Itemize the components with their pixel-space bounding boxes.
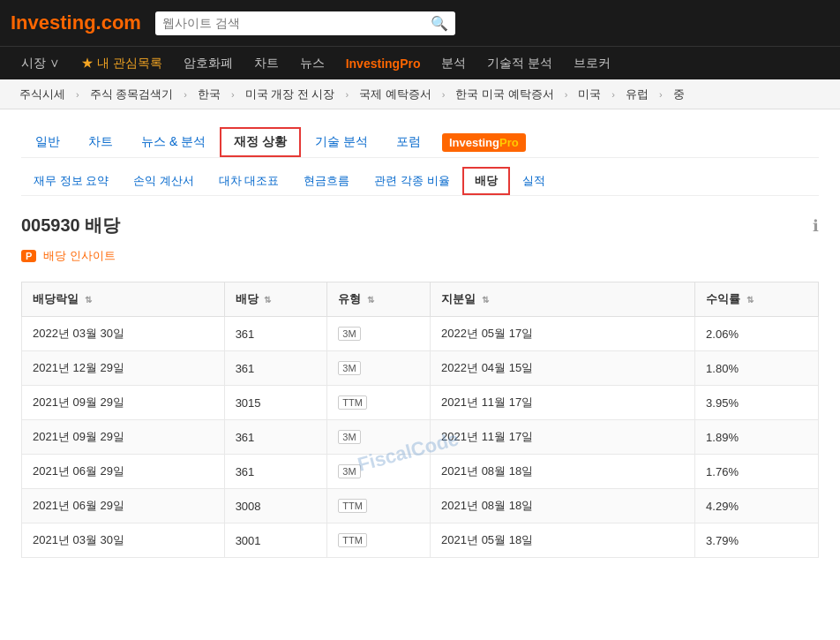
cell-paydate: 2021년 08월 18일 xyxy=(431,455,695,489)
table-row: 2021년 06월 29일 3008 TTM 2021년 08월 18일 4.2… xyxy=(22,489,819,523)
subnav-etc[interactable]: 중 xyxy=(664,79,694,109)
nav-broker[interactable]: 브로커 xyxy=(563,47,621,80)
cell-yield: 2.06% xyxy=(695,317,819,351)
cell-dividend: 361 xyxy=(224,317,327,351)
sort-arrow-type: ⇅ xyxy=(367,295,374,305)
search-icon[interactable]: 🔍 xyxy=(431,15,448,32)
pro-badge-label: InvestingPro xyxy=(442,133,526,152)
tab-ratios[interactable]: 관련 각종 비율 xyxy=(362,167,461,195)
subnav-premarket[interactable]: 미국 개장 전 시장 xyxy=(236,79,344,109)
subnav-arrow5: › xyxy=(442,89,446,100)
insight-pro-badge: P xyxy=(21,250,36,262)
sort-arrow-exdate: ⇅ xyxy=(85,295,92,305)
logo: Investing.com xyxy=(11,11,141,34)
tab-forum[interactable]: 포럼 xyxy=(382,127,435,157)
subnav-arrow3: › xyxy=(231,89,235,100)
tab-balance-sheet[interactable]: 대차 대조표 xyxy=(206,167,292,195)
cell-type: 3M xyxy=(327,351,431,386)
cell-dividend: 361 xyxy=(224,420,327,455)
table-row: 2021년 12월 29일 361 3M 2022년 04월 15일 1.80% xyxy=(22,351,819,386)
tab-earnings[interactable]: 실적 xyxy=(510,167,558,195)
cell-type: 3M xyxy=(327,455,431,489)
cell-ex-date: 2021년 12월 29일 xyxy=(22,351,225,386)
nav-pro[interactable]: InvestingPro xyxy=(335,47,431,80)
search-bar[interactable]: 🔍 xyxy=(155,11,455,35)
cell-paydate: 2022년 04월 15일 xyxy=(431,351,695,386)
subnav-intl-dr[interactable]: 국제 예탁증서 xyxy=(350,79,440,109)
cell-paydate: 2021년 08월 18일 xyxy=(431,489,695,523)
insight-row[interactable]: P 배당 인사이트 xyxy=(21,248,819,264)
cell-type: TTM xyxy=(327,386,431,420)
tab-income-statement[interactable]: 손익 계산서 xyxy=(121,167,206,195)
subnav-korea[interactable]: 한국 xyxy=(189,79,229,109)
nav-analysis[interactable]: 분석 xyxy=(431,47,476,80)
subnav-arrow8: › xyxy=(659,89,663,100)
subnav-arrow6: › xyxy=(565,89,568,100)
cell-type: 3M xyxy=(327,420,431,455)
info-icon[interactable]: ℹ xyxy=(813,216,819,236)
cell-yield: 1.80% xyxy=(695,351,819,386)
nav-chart[interactable]: 차트 xyxy=(244,47,289,80)
cell-dividend: 3008 xyxy=(224,489,327,523)
search-input[interactable] xyxy=(162,16,427,30)
sort-arrow-dividend: ⇅ xyxy=(264,295,271,305)
col-ex-date[interactable]: 배당락일 ⇅ xyxy=(22,282,225,317)
dividend-table: 배당락일 ⇅ 배당 ⇅ 유형 ⇅ 지분일 ⇅ 수익률 ⇅ 2022년 03월 3… xyxy=(21,282,819,558)
nav-news[interactable]: 뉴스 xyxy=(289,47,335,80)
subnav-stock-search[interactable]: 주식 종목검색기 xyxy=(81,79,183,109)
main-nav: 시장 ∨ ★ 내 관심목록 암호화폐 차트 뉴스 InvestingPro 분석… xyxy=(0,46,840,79)
col-paydate[interactable]: 지분일 ⇅ xyxy=(431,282,695,317)
tab-chart[interactable]: 차트 xyxy=(74,127,127,157)
cell-paydate: 2021년 05월 18일 xyxy=(431,523,695,558)
table-row: 2021년 09월 29일 361 3M 2021년 11월 17일 1.89% xyxy=(22,420,819,455)
tab-dividend[interactable]: 배당 xyxy=(462,167,510,195)
col-dividend[interactable]: 배당 ⇅ xyxy=(224,282,327,317)
tab-financial[interactable]: 재정 상황 xyxy=(220,127,301,157)
cell-ex-date: 2021년 03월 30일 xyxy=(22,523,225,558)
cell-type: 3M xyxy=(327,317,431,351)
cell-yield: 3.79% xyxy=(695,523,819,558)
nav-technical[interactable]: 기술적 분석 xyxy=(476,47,563,80)
cell-dividend: 361 xyxy=(224,351,327,386)
subnav-kr-us-dr[interactable]: 한국 미국 예탁증서 xyxy=(446,79,562,109)
cell-yield: 3.95% xyxy=(695,386,819,420)
col-yield[interactable]: 수익률 ⇅ xyxy=(695,282,819,317)
cell-dividend: 361 xyxy=(224,455,327,489)
cell-yield: 1.76% xyxy=(695,455,819,489)
tab-financial-summary[interactable]: 재무 정보 요약 xyxy=(21,167,121,195)
subnav-us[interactable]: 미국 xyxy=(569,79,610,109)
table-wrapper: FiscalCode 배당락일 ⇅ 배당 ⇅ 유형 ⇅ 지분일 ⇅ 수익률 ⇅ … xyxy=(21,282,819,558)
cell-ex-date: 2022년 03월 30일 xyxy=(22,317,225,351)
tab-row-2: 재무 정보 요약 손익 계산서 대차 대조표 현금흐름 관련 각종 비율 배당 … xyxy=(21,167,819,196)
cell-paydate: 2021년 11월 17일 xyxy=(431,420,695,455)
col-type[interactable]: 유형 ⇅ xyxy=(327,282,431,317)
cell-ex-date: 2021년 09월 29일 xyxy=(22,420,225,455)
subnav-europe[interactable]: 유럽 xyxy=(617,79,657,109)
sort-arrow-paydate: ⇅ xyxy=(482,295,489,305)
tab-cashflow[interactable]: 현금흐름 xyxy=(291,167,362,195)
table-row: 2022년 03월 30일 361 3M 2022년 05월 17일 2.06% xyxy=(22,317,819,351)
type-badge: TTM xyxy=(338,533,367,547)
tab-general[interactable]: 일반 xyxy=(21,127,74,157)
insight-label: 배당 인사이트 xyxy=(43,248,116,264)
cell-paydate: 2021년 11월 17일 xyxy=(431,386,695,420)
page-title-row: 005930 배당 ℹ xyxy=(21,214,819,237)
cell-yield: 4.29% xyxy=(695,489,819,523)
cell-dividend: 3015 xyxy=(224,386,327,420)
nav-crypto[interactable]: 암호화폐 xyxy=(173,47,244,80)
nav-market[interactable]: 시장 ∨ xyxy=(11,47,71,80)
type-badge: 3M xyxy=(338,327,360,341)
subnav-arrow7: › xyxy=(611,89,615,100)
sort-arrow-yield: ⇅ xyxy=(746,295,754,305)
tab-row-1: 일반 차트 뉴스 & 분석 재정 상황 기술 분석 포럼 InvestingPr… xyxy=(21,127,819,158)
type-badge: 3M xyxy=(338,430,360,444)
tab-news-analysis[interactable]: 뉴스 & 분석 xyxy=(127,127,220,157)
nav-watchlist[interactable]: ★ 내 관심목록 xyxy=(71,47,173,80)
subnav-arrow: › xyxy=(76,89,79,100)
tab-tech-analysis[interactable]: 기술 분석 xyxy=(301,127,382,157)
subnav-stock-price[interactable]: 주식시세 xyxy=(11,79,74,109)
cell-dividend: 3001 xyxy=(224,523,327,558)
type-badge: 3M xyxy=(338,464,360,478)
tab-pro-badge[interactable]: InvestingPro xyxy=(442,128,526,156)
cell-paydate: 2022년 05월 17일 xyxy=(431,317,695,351)
